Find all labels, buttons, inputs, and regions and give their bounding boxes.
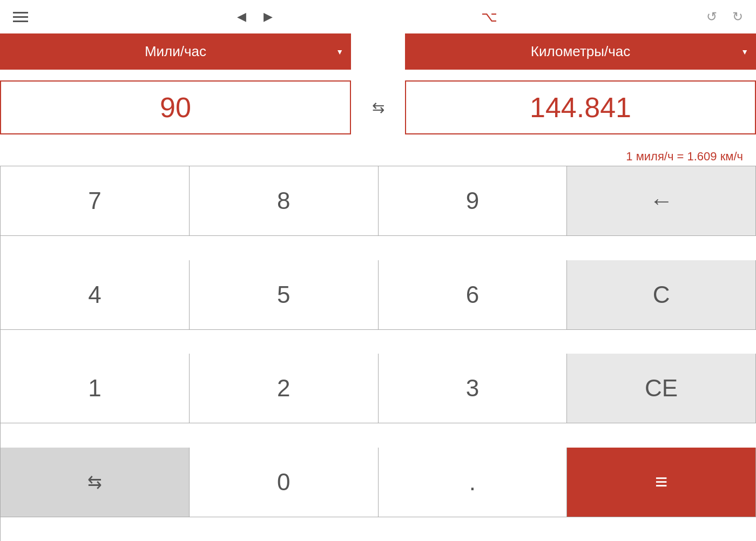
left-unit-selector[interactable]: Мили/час ▼ [0,33,351,70]
key-6[interactable]: 6 [379,260,568,330]
key-3[interactable]: 3 [379,354,568,423]
right-input-box[interactable]: 144.841 [405,80,756,134]
key-0[interactable]: 0 [190,448,379,517]
option-icon[interactable]: ⌥ [481,9,497,25]
toolbar-right: ↺ ↻ [706,9,743,24]
left-value: 90 [160,91,191,124]
key-8[interactable]: 8 [190,166,379,236]
right-value: 144.841 [530,91,631,124]
key-swap[interactable]: ⇆ [1,448,190,517]
key-2[interactable]: 2 [190,354,379,423]
swap-button[interactable]: ⇆ [372,99,384,117]
right-unit-label: Километры/час [531,43,630,60]
right-unit-selector[interactable]: Километры/час ▼ [405,33,756,70]
key-4[interactable]: 4 [1,260,190,330]
conversion-info: 1 миля/ч = 1.609 км/ч [0,140,756,166]
toolbar-left [13,12,28,22]
conversion-text: 1 миля/ч = 1.609 км/ч [626,150,743,163]
key-clear[interactable]: C [567,260,756,330]
toolbar: ◀ ▶ ⌥ ↺ ↻ [0,0,756,33]
right-unit-dropdown-arrow: ▼ [741,48,748,56]
main-content: Мили/час ▼ Километры/час ▼ 90 ⇆ 144.841 … [0,33,756,541]
key-7[interactable]: 7 [1,166,190,236]
key-equals[interactable]: ≡ [567,448,756,517]
left-unit-label: Мили/час [145,43,206,60]
keypad: 7 8 9 ← 4 5 6 C 1 2 3 CE ⇆ 0 . ≡ [0,166,756,541]
key-clear-entry[interactable]: CE [567,354,756,423]
left-unit-dropdown-arrow: ▼ [336,48,343,56]
undo-button[interactable]: ↺ [706,9,717,24]
key-decimal[interactable]: . [379,448,568,517]
nav-back-button[interactable]: ◀ [237,10,246,24]
key-backspace[interactable]: ← [567,166,756,236]
key-5[interactable]: 5 [190,260,379,330]
swap-center: ⇆ [351,99,405,117]
key-9[interactable]: 9 [379,166,568,236]
toolbar-option: ⌥ [481,9,497,25]
left-input-box[interactable]: 90 [0,80,351,134]
redo-button[interactable]: ↻ [732,9,743,24]
hamburger-menu-icon[interactable] [13,12,28,22]
nav-forward-button[interactable]: ▶ [264,10,273,24]
top-section: Мили/час ▼ Километры/час ▼ 90 ⇆ 144.841 … [0,33,756,166]
toolbar-center: ◀ ▶ [237,10,273,24]
input-area: 90 ⇆ 144.841 [0,70,756,140]
key-1[interactable]: 1 [1,354,190,423]
unit-selectors: Мили/час ▼ Километры/час ▼ [0,33,756,70]
